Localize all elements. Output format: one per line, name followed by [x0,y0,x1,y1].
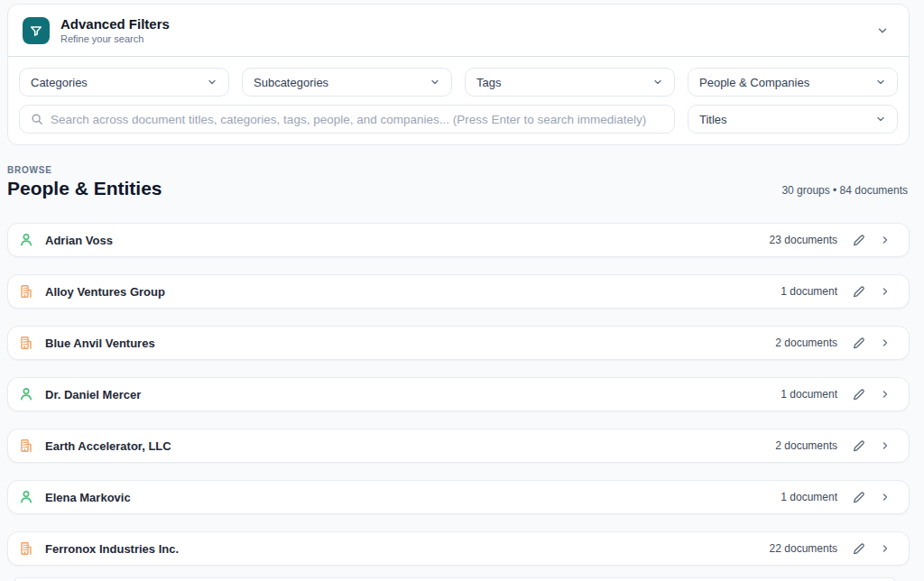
tags-dropdown-label: Tags [476,76,501,89]
document-count: 23 documents [770,234,837,246]
entity-name: Ferronox Industries Inc. [45,542,179,556]
entity-name: Adrian Voss [45,234,113,247]
categories-dropdown-label: Categories [31,76,88,89]
collapse-chevron-down-icon[interactable] [876,24,894,37]
document-count: 2 documents [775,337,837,349]
edit-pencil-icon[interactable] [852,285,865,299]
search-input[interactable] [51,113,663,126]
chevron-down-icon [875,114,886,124]
subcategories-dropdown[interactable]: Subcategories [242,68,452,97]
entity-name: Blue Anvil Ventures [45,337,155,350]
building-icon [19,438,33,453]
chevron-right-icon[interactable] [880,440,891,451]
chevron-down-icon [430,77,440,88]
edit-pencil-icon[interactable] [852,337,865,350]
chevron-down-icon [207,77,217,88]
chevron-down-icon [652,77,663,88]
entity-list: Adrian Voss 23 documents Alloy Ventures … [7,223,910,581]
group-document-count: 30 groups • 84 documents [781,184,908,199]
advanced-filters-header[interactable]: Advanced Filters Refine your search [8,5,909,56]
entity-row[interactable]: Dr. Daniel Mercer 1 document [7,377,910,411]
search-icon [31,113,43,125]
entity-row[interactable]: Adrian Voss 23 documents [7,223,910,257]
titles-scope-dropdown[interactable]: Titles [688,105,898,134]
entity-name: Dr. Daniel Mercer [45,388,141,401]
panel-subtitle: Refine your search [60,33,170,44]
people-companies-dropdown-label: People & Companies [699,76,809,89]
entity-row[interactable]: Elena Markovic 1 document [7,480,910,514]
entity-name: Earth Accelerator, LLC [45,439,171,453]
person-icon [19,490,33,504]
person-icon [19,233,33,247]
document-count: 1 document [781,491,837,503]
document-count: 2 documents [775,439,837,452]
entity-row[interactable]: Blue Anvil Ventures 2 documents [7,326,910,360]
chevron-right-icon[interactable] [880,492,891,503]
edit-pencil-icon[interactable] [852,234,865,247]
panel-title: Advanced Filters [60,16,170,32]
titles-scope-dropdown-label: Titles [699,113,727,126]
entity-row[interactable]: Earth Accelerator, LLC 2 documents [7,429,910,463]
page-title: People & Entities [7,178,162,199]
building-icon [19,336,33,350]
person-icon [19,387,33,401]
document-count: 1 document [781,285,837,298]
entity-row[interactable]: Alloy Ventures Group 1 document [7,274,910,309]
browse-eyebrow: BROWSE [7,165,162,175]
browse-header-left: BROWSE People & Entities [7,165,162,199]
subcategories-dropdown-label: Subcategories [254,76,328,89]
chevron-right-icon[interactable] [880,337,891,348]
search-row: Titles [19,105,898,134]
filters-body: Categories Subcategories Tags People & C… [8,57,909,144]
edit-pencil-icon[interactable] [852,439,865,453]
document-count: 1 document [781,388,837,401]
search-box [19,105,675,134]
entity-row[interactable]: Ferronox Industries Inc. 22 documents [7,531,910,566]
building-icon [19,284,33,299]
chevron-right-icon[interactable] [880,389,891,400]
filter-dropdown-row: Categories Subcategories Tags People & C… [19,68,898,97]
advanced-filters-titles: Advanced Filters Refine your search [60,16,170,44]
chevron-right-icon[interactable] [880,235,891,245]
entity-name: Alloy Ventures Group [45,285,165,299]
next-row-top-edge [14,577,895,581]
chevron-right-icon[interactable] [880,286,891,297]
edit-pencil-icon[interactable] [852,491,865,504]
browse-header: BROWSE People & Entities 30 groups • 84 … [7,165,908,199]
edit-pencil-icon[interactable] [852,388,865,401]
categories-dropdown[interactable]: Categories [19,68,229,97]
document-count: 22 documents [770,542,837,555]
tags-dropdown[interactable]: Tags [465,68,675,97]
entity-name: Elena Markovic [45,491,131,504]
chevron-down-icon [875,77,886,88]
building-icon [19,541,33,556]
edit-pencil-icon[interactable] [852,542,865,556]
chevron-right-icon[interactable] [880,543,891,554]
people-companies-dropdown[interactable]: People & Companies [688,68,898,97]
advanced-filters-panel: Advanced Filters Refine your search Cate… [7,4,910,145]
filter-funnel-icon [23,17,50,44]
